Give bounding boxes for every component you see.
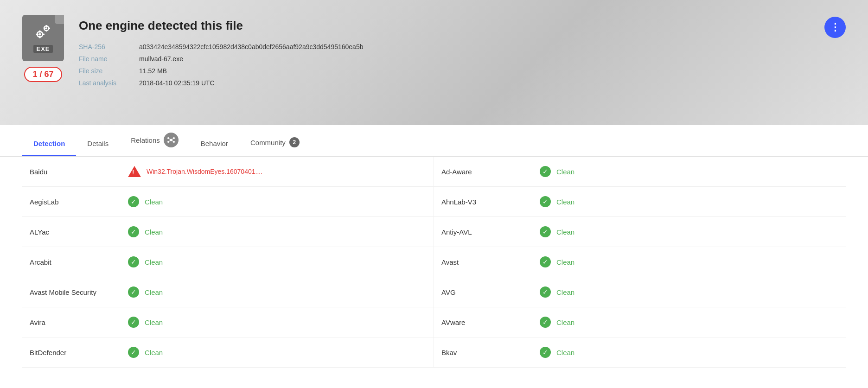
last-analysis-label: Last analysis (79, 78, 139, 88)
svg-rect-9 (39, 36, 41, 38)
engine-name: Avast Mobile Security (30, 288, 122, 296)
tab-detection[interactable]: Detection (22, 132, 76, 156)
clean-result: Clean (556, 349, 574, 356)
clean-result: Clean (145, 349, 163, 356)
clean-icon: ✓ (128, 226, 139, 237)
clean-icon: ✓ (128, 286, 139, 298)
clean-result: Clean (145, 258, 163, 266)
svg-rect-4 (48, 28, 50, 29)
clean-result: Clean (556, 228, 574, 236)
engine-name: Bkav (441, 349, 534, 356)
detection-cell-right: AVware✓Clean (434, 307, 846, 337)
clean-result: Clean (556, 318, 574, 326)
clean-result: Clean (145, 228, 163, 236)
svg-point-1 (45, 27, 47, 29)
filename-label: File name (79, 54, 139, 64)
threat-icon (128, 166, 141, 177)
table-row: ALYac✓CleanAntiy-AVL✓Clean (22, 217, 846, 247)
community-badge: 2 (289, 137, 300, 147)
tab-community[interactable]: Community 2 (239, 130, 311, 156)
more-options-button[interactable]: ⋮ (824, 17, 846, 38)
svg-rect-2 (46, 25, 47, 27)
clean-result: Clean (145, 288, 163, 296)
detection-cell-left: BitDefender✓Clean (22, 337, 434, 367)
detection-cell-right: AVG✓Clean (434, 277, 846, 307)
tab-relations[interactable]: Relations (120, 125, 190, 156)
clean-icon: ✓ (128, 347, 139, 358)
detection-cell-right: Antiy-AVL✓Clean (434, 217, 846, 247)
detection-badge: 1 / 67 (24, 67, 62, 82)
engine-name: Avira (30, 318, 122, 326)
clean-icon: ✓ (540, 317, 551, 328)
clean-icon: ✓ (128, 196, 139, 207)
engine-name: Antiy-AVL (441, 228, 534, 236)
detection-cell-left: AegisLab✓Clean (22, 187, 434, 216)
detection-cell-right: AhnLab-V3✓Clean (434, 187, 846, 216)
relations-icon (164, 133, 179, 147)
engine-name: ALYac (30, 228, 122, 236)
clean-result: Clean (556, 168, 574, 176)
detection-cell-left: BaiduWin32.Trojan.WisdomEyes.16070401...… (22, 157, 434, 186)
svg-rect-10 (42, 34, 45, 35)
clean-icon: ✓ (128, 317, 139, 328)
table-row: AegisLab✓CleanAhnLab-V3✓Clean (22, 187, 846, 217)
detection-cell-left: Avira✓Clean (22, 307, 434, 337)
filesize-label: File size (79, 66, 139, 76)
svg-rect-3 (46, 30, 47, 32)
threat-result: Win32.Trojan.WisdomEyes.16070401.... (147, 168, 262, 175)
file-icon-wrapper: EXE 1 / 67 (22, 15, 64, 82)
engine-name: BitDefender (30, 349, 122, 356)
table-row: Arcabit✓CleanAvast✓Clean (22, 247, 846, 277)
clean-icon: ✓ (540, 347, 551, 358)
table-row: Avast Mobile Security✓CleanAVG✓Clean (22, 277, 846, 307)
table-row: Avira✓CleanAVware✓Clean (22, 307, 846, 337)
svg-rect-8 (39, 31, 41, 33)
clean-icon: ✓ (128, 256, 139, 267)
clean-result: Clean (145, 198, 163, 206)
engine-name: Avast (441, 258, 534, 266)
tab-behavior[interactable]: Behavior (190, 132, 239, 156)
file-meta: One engine detected this file SHA-256 a0… (79, 15, 846, 88)
file-icon-gears (32, 23, 54, 43)
svg-point-7 (39, 33, 41, 36)
detection-cell-right: Avast✓Clean (434, 247, 846, 277)
detection-cell-right: Ad-Aware✓Clean (434, 157, 846, 186)
engine-name: AVware (441, 318, 534, 326)
engine-name: AVG (441, 288, 534, 296)
filesize-value: 11.52 MB (139, 66, 846, 76)
detection-cell-left: Arcabit✓Clean (22, 247, 434, 277)
clean-icon: ✓ (540, 196, 551, 207)
clean-icon: ✓ (540, 166, 551, 177)
engine-name: AhnLab-V3 (441, 198, 534, 206)
clean-result: Clean (145, 318, 163, 326)
last-analysis-value: 2018-04-10 02:35:19 UTC (139, 78, 846, 88)
detection-cell-left: Avast Mobile Security✓Clean (22, 277, 434, 307)
header-content: EXE 1 / 67 One engine detected this file… (22, 15, 846, 88)
tab-details[interactable]: Details (76, 132, 120, 156)
page-wrapper: EXE 1 / 67 One engine detected this file… (0, 0, 868, 388)
svg-rect-5 (44, 28, 45, 29)
detection-table: BaiduWin32.Trojan.WisdomEyes.16070401...… (0, 157, 868, 368)
svg-rect-11 (36, 34, 38, 35)
clean-icon: ✓ (540, 286, 551, 298)
table-row: BaiduWin32.Trojan.WisdomEyes.16070401...… (22, 157, 846, 187)
clean-icon: ✓ (540, 226, 551, 237)
file-title: One engine detected this file (79, 19, 846, 33)
table-row: BitDefender✓CleanBkav✓Clean (22, 337, 846, 368)
engine-name: AegisLab (30, 198, 122, 206)
file-icon: EXE (22, 15, 64, 61)
detection-cell-right: Bkav✓Clean (434, 337, 846, 367)
header-section: EXE 1 / 67 One engine detected this file… (0, 0, 868, 125)
sha256-value: a033424e348594322cfc105982d438c0ab0def26… (139, 42, 846, 51)
sha256-label: SHA-256 (79, 42, 139, 51)
meta-table: SHA-256 a033424e348594322cfc105982d438c0… (79, 42, 846, 88)
clean-result: Clean (556, 258, 574, 266)
filename-value: mullvad-67.exe (139, 54, 846, 64)
clean-result: Clean (556, 198, 574, 206)
engine-name: Ad-Aware (441, 168, 534, 176)
tabs-section: Detection Details Relations (0, 125, 868, 157)
clean-icon: ✓ (540, 256, 551, 267)
detection-cell-left: ALYac✓Clean (22, 217, 434, 247)
clean-result: Clean (556, 288, 574, 296)
engine-name: Baidu (30, 168, 122, 176)
